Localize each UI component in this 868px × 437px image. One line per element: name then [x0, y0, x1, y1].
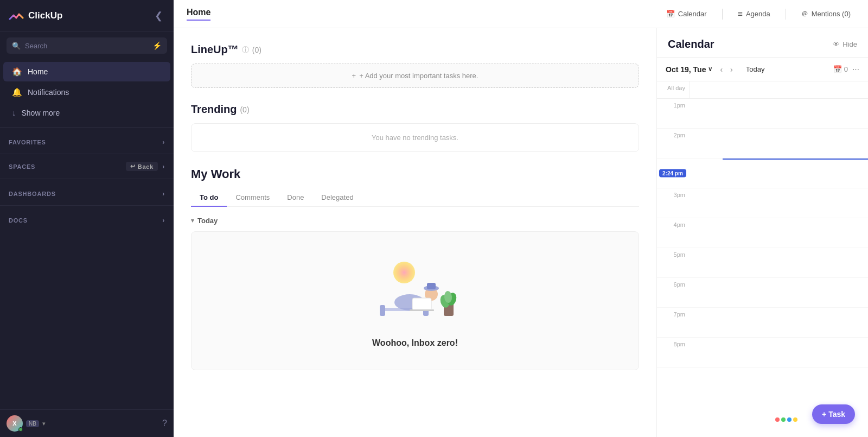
help-button[interactable]: ? [162, 419, 167, 428]
sidebar-section-docs[interactable]: DOCS › [0, 211, 174, 230]
logo-text: ClickUp [28, 10, 62, 21]
trending-empty-text: You have no trending tasks. [372, 134, 458, 142]
topbar-divider-2 [786, 9, 786, 20]
calendar-time-3pm: 3pm [657, 188, 868, 218]
avatar-online-dot [18, 427, 23, 432]
calendar-prev-button[interactable]: ‹ [717, 64, 726, 75]
add-task-button[interactable]: + Task [812, 404, 855, 424]
calendar-title: Calendar [668, 38, 714, 50]
lineup-info-icon: ⓘ [242, 45, 249, 55]
calendar-all-day-area [690, 81, 868, 98]
user-dropdown-icon: ▾ [42, 420, 46, 427]
agenda-button[interactable]: ≡ Agenda [733, 6, 775, 22]
sidebar-section-dashboards[interactable]: DASHBOARDS › [0, 185, 174, 203]
back-label: Back [138, 163, 154, 170]
sidebar-section-spaces: SPACES ↩ Back › [0, 156, 174, 176]
calendar-button[interactable]: 📅 Calendar [662, 7, 711, 21]
tab-done[interactable]: Done [278, 189, 312, 207]
calendar-nav: Oct 19, Tue ∨ ‹ › Today 📅 0 ⋯ [657, 58, 868, 81]
avatar-initials: X [12, 420, 16, 427]
clickup-logo-icon [9, 8, 24, 23]
time-label-4pm: 4pm [657, 218, 690, 231]
time-label-8pm: 8pm [657, 338, 690, 351]
lightning-icon[interactable]: ⚡ [152, 41, 162, 50]
time-label-3pm: 3pm [657, 188, 690, 201]
dot-red [775, 417, 780, 422]
topbar-divider-1 [722, 9, 723, 20]
calendar-date-chevron: ∨ [708, 66, 712, 73]
calendar-hide-button[interactable]: 👁 Hide [833, 40, 857, 48]
sidebar-item-show-more-label: Show more [22, 109, 60, 117]
sidebar: ClickUp ❮ 🔍 ⚡ 🏠 Home 🔔 Notifications ↓ S… [0, 0, 174, 437]
tab-todo[interactable]: To do [191, 189, 227, 207]
spaces-label: SPACES [9, 163, 35, 170]
svg-rect-9 [410, 309, 434, 311]
calendar-time-4pm: 4pm [657, 218, 868, 248]
calendar-more-button[interactable]: ⋯ [852, 65, 859, 73]
mentions-button[interactable]: ＠ Mentions (0) [797, 6, 855, 22]
my-work-title: My Work [191, 167, 639, 181]
calendar-cal-icon-button[interactable]: 📅 0 [833, 65, 848, 73]
svg-rect-8 [412, 298, 431, 310]
workspace-badge: NB [26, 420, 39, 427]
today-section: ▾ Today [191, 217, 639, 370]
calendar-next-button[interactable]: › [727, 64, 736, 75]
sidebar-item-home[interactable]: 🏠 Home [3, 62, 170, 81]
calendar-date-label: Oct 19, Tue [666, 65, 706, 74]
mentions-icon: ＠ [801, 9, 808, 19]
calendar-all-day-row: All day [657, 81, 868, 99]
calendar-count: 0 [844, 65, 848, 73]
calendar-panel: Calendar 👁 Hide Oct 19, Tue ∨ ‹ › Today [656, 28, 868, 437]
calendar-icons: 📅 0 ⋯ [833, 65, 859, 73]
calendar-today-button[interactable]: Today [741, 63, 770, 75]
tab-delegated[interactable]: Delegated [312, 189, 362, 207]
arrow-down-icon: ↓ [12, 108, 16, 117]
time-label-5pm: 5pm [657, 248, 690, 261]
main: Home 📅 Calendar ≡ Agenda ＠ Mentions (0) … [174, 0, 868, 437]
today-header[interactable]: ▾ Today [191, 217, 639, 225]
workspace-label: NB [29, 421, 36, 427]
tab-comments[interactable]: Comments [227, 189, 278, 207]
calendar-header: Calendar 👁 Hide [657, 28, 868, 58]
sidebar-item-notifications[interactable]: 🔔 Notifications [3, 83, 170, 102]
calendar-more-icon: ⋯ [852, 65, 859, 73]
calendar-label: Calendar [678, 10, 707, 18]
spaces-chevron: › [162, 163, 165, 170]
sidebar-nav: 🏠 Home 🔔 Notifications ↓ Show more [0, 59, 174, 125]
sidebar-item-show-more[interactable]: ↓ Show more [3, 103, 170, 122]
mentions-label: Mentions (0) [812, 10, 851, 18]
colorful-dots-widget[interactable] [775, 417, 797, 422]
clickup-logo: ClickUp [9, 8, 62, 23]
current-time-line [723, 159, 868, 160]
sidebar-divider-1 [0, 127, 174, 128]
calendar-icon: 📅 [666, 10, 675, 18]
sidebar-collapse-button[interactable]: ❮ [152, 8, 165, 24]
trending-count: (0) [240, 105, 249, 114]
trending-empty: You have no trending tasks. [191, 123, 639, 152]
dot-blue [787, 417, 792, 422]
search-input[interactable] [25, 42, 148, 50]
dot-green [781, 417, 786, 422]
sidebar-divider-2 [0, 154, 174, 154]
add-task-label: + Task [822, 410, 845, 419]
calendar-time-current: 2:24 pm 2pm [657, 159, 868, 188]
calendar-time-1pm: 1pm [657, 99, 868, 129]
favorites-label: FAVORITES [9, 139, 46, 145]
search-bar[interactable]: 🔍 ⚡ [7, 37, 167, 54]
avatar: X [7, 415, 23, 432]
sidebar-divider-3 [0, 179, 174, 179]
lineup-add-button[interactable]: + + Add your most important tasks here. [191, 64, 639, 88]
content-wrapper: LineUp™ ⓘ (0) + + Add your most importan… [174, 28, 868, 437]
sidebar-section-favorites[interactable]: FAVORITES › [0, 133, 174, 151]
user-area[interactable]: X NB ▾ [7, 415, 46, 432]
sidebar-item-home-label: Home [28, 67, 48, 76]
spaces-back-button[interactable]: ↩ Back [126, 162, 158, 171]
calendar-time-2pm: 2pm [657, 129, 868, 159]
sidebar-footer: X NB ▾ ? [0, 409, 174, 437]
calendar-cal-icon: 📅 [833, 65, 842, 73]
calendar-time-7pm: 7pm [657, 308, 868, 338]
calendar-time-8pm: 8pm [657, 338, 868, 368]
svg-rect-7 [427, 283, 436, 289]
illustration [361, 254, 469, 330]
calendar-date-selector[interactable]: Oct 19, Tue ∨ [666, 65, 712, 74]
